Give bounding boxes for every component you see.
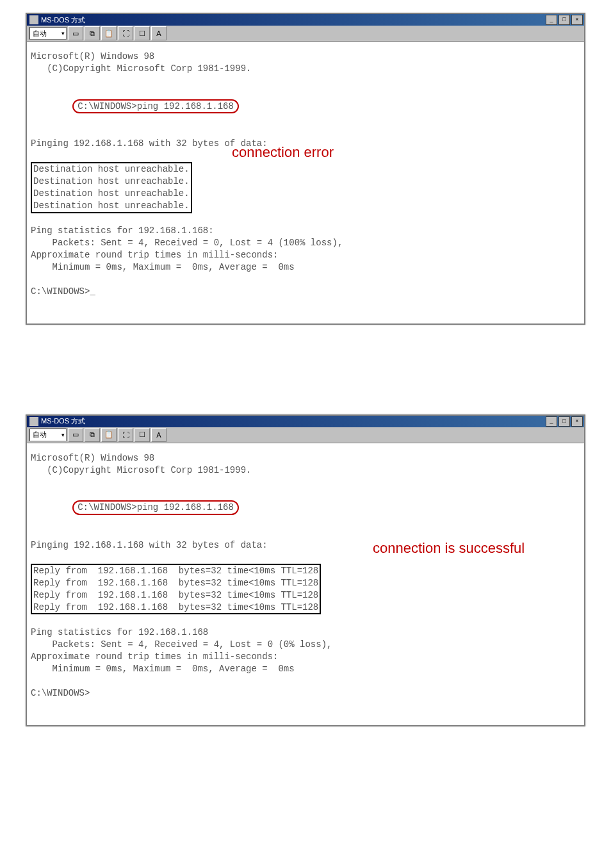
app-icon [29, 15, 38, 24]
reply-line: Destination host unreachable. [33, 188, 190, 200]
paste-icon[interactable]: 📋 [101, 428, 117, 442]
toolbar: 自动 ▭ ⧉ 📋 ⛶ ☐ A [27, 26, 584, 42]
font-size-select[interactable]: 自动 [29, 27, 67, 40]
fullscreen-icon[interactable]: ⛶ [118, 428, 133, 442]
close-button[interactable]: × [571, 416, 583, 427]
stats-values: Minimum = 0ms, Maximum = 0ms, Average = … [31, 663, 580, 675]
app-icon [29, 417, 38, 426]
stats-packets: Packets: Sent = 4, Received = 0, Lost = … [31, 237, 580, 249]
reply-line: Destination host unreachable. [33, 176, 190, 188]
os-header: Microsoft(R) Windows 98 [31, 51, 580, 63]
font-icon[interactable]: A [151, 428, 167, 442]
stats-packets: Packets: Sent = 4, Received = 4, Lost = … [31, 639, 580, 651]
reply-line: Destination host unreachable. [33, 163, 190, 176]
font-size-select[interactable]: 自动 [29, 429, 67, 441]
stats-values: Minimum = 0ms, Maximum = 0ms, Average = … [31, 261, 580, 274]
command-line: C:\WINDOWS>ping 192.168.1.168 [31, 488, 580, 527]
mark-icon[interactable]: ▭ [68, 428, 83, 442]
reply-line: Reply from 192.168.1.168 bytes=32 time<1… [33, 565, 318, 577]
maximize-button[interactable]: □ [558, 416, 570, 427]
reply-highlight: Destination host unreachable. Destinatio… [31, 162, 192, 213]
mark-icon[interactable]: ▭ [68, 26, 83, 40]
stats-rtt: Approximate round trip times in milli-se… [31, 651, 580, 663]
window-title: MS-DOS 方式 [41, 15, 85, 25]
fullscreen-icon[interactable]: ⛶ [118, 26, 133, 40]
reply-highlight: Reply from 192.168.1.168 bytes=32 time<1… [31, 564, 321, 615]
command-highlight: C:\WINDOWS>ping 192.168.1.168 [72, 500, 239, 515]
properties-icon[interactable]: ☐ [134, 26, 150, 40]
minimize-button[interactable]: _ [546, 15, 557, 25]
command-line: C:\WINDOWS>ping 192.168.1.168 [31, 87, 580, 126]
titlebar[interactable]: MS-DOS 方式 _ □ × [27, 14, 584, 26]
final-prompt: C:\WINDOWS> [31, 687, 580, 700]
terminal-output[interactable]: Microsoft(R) Windows 98 (C)Copyright Mic… [27, 443, 584, 725]
close-button[interactable]: × [571, 15, 583, 25]
stats-rtt: Approximate round trip times in milli-se… [31, 249, 580, 261]
minimize-button[interactable]: _ [546, 416, 557, 427]
reply-line: Reply from 192.168.1.168 bytes=32 time<1… [33, 589, 318, 602]
os-header: Microsoft(R) Windows 98 [31, 452, 580, 464]
toolbar: 自动 ▭ ⧉ 📋 ⛶ ☐ A [27, 427, 584, 443]
copyright-line: (C)Copyright Microsoft Corp 1981-1999. [31, 63, 580, 75]
font-icon[interactable]: A [151, 26, 167, 40]
stats-header: Ping statistics for 192.168.1.168 [31, 626, 580, 639]
stats-header: Ping statistics for 192.168.1.168: [31, 225, 580, 237]
annotation-success: connection is successful [373, 539, 525, 558]
dos-window-error: MS-DOS 方式 _ □ × 自动 ▭ ⧉ 📋 ⛶ ☐ A Microsoft… [26, 13, 585, 325]
reply-block: Reply from 192.168.1.168 bytes=32 time<1… [31, 564, 580, 615]
paste-icon[interactable]: 📋 [101, 26, 117, 40]
copy-icon[interactable]: ⧉ [85, 428, 100, 442]
final-prompt: C:\WINDOWS>_ [31, 286, 580, 298]
copy-icon[interactable]: ⧉ [85, 26, 100, 40]
annotation-error: connection error [232, 143, 334, 162]
copyright-line: (C)Copyright Microsoft Corp 1981-1999. [31, 464, 580, 477]
reply-block: Destination host unreachable. Destinatio… [31, 162, 580, 213]
reply-line: Destination host unreachable. [33, 200, 190, 212]
maximize-button[interactable]: □ [558, 15, 570, 25]
properties-icon[interactable]: ☐ [134, 428, 150, 442]
titlebar[interactable]: MS-DOS 方式 _ □ × [27, 416, 584, 427]
reply-line: Reply from 192.168.1.168 bytes=32 time<1… [33, 577, 318, 589]
dos-window-success: MS-DOS 方式 _ □ × 自动 ▭ ⧉ 📋 ⛶ ☐ A Microsoft… [26, 414, 585, 726]
terminal-output[interactable]: Microsoft(R) Windows 98 (C)Copyright Mic… [27, 42, 584, 323]
command-highlight: C:\WINDOWS>ping 192.168.1.168 [72, 99, 239, 114]
reply-line: Reply from 192.168.1.168 bytes=32 time<1… [33, 602, 318, 614]
window-title: MS-DOS 方式 [41, 416, 85, 426]
